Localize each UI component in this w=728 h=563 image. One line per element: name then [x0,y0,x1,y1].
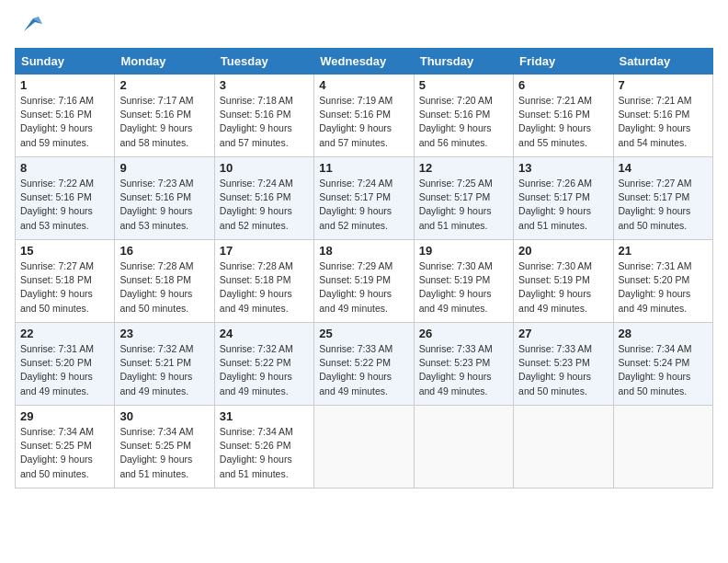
day-number: 23 [119,327,209,340]
day-number: 30 [119,409,209,423]
column-header-tuesday: Tuesday [214,49,313,75]
week-row-1: 1Sunrise: 7:16 AMSunset: 5:16 PMDaylight… [16,75,713,157]
day-cell: 12Sunrise: 7:25 AMSunset: 5:17 PMDayligh… [414,157,513,240]
day-info: Sunrise: 7:17 AMSunset: 5:16 PMDaylight:… [119,94,209,150]
column-header-wednesday: Wednesday [314,49,414,75]
day-info: Sunrise: 7:33 AMSunset: 5:23 PMDaylight:… [518,342,608,398]
column-header-thursday: Thursday [414,49,513,75]
day-cell: 1Sunrise: 7:16 AMSunset: 5:16 PMDaylight… [16,75,115,157]
day-info: Sunrise: 7:21 AMSunset: 5:16 PMDaylight:… [518,94,608,150]
day-info: Sunrise: 7:33 AMSunset: 5:22 PMDaylight:… [319,342,408,398]
day-number: 27 [518,327,608,340]
day-number: 4 [319,78,408,92]
day-cell: 16Sunrise: 7:28 AMSunset: 5:18 PMDayligh… [115,240,214,323]
day-number: 2 [119,78,209,92]
day-cell: 4Sunrise: 7:19 AMSunset: 5:16 PMDaylight… [314,75,414,157]
day-number: 14 [619,161,708,175]
day-number: 8 [20,161,109,175]
week-row-5: 29Sunrise: 7:34 AMSunset: 5:25 PMDayligh… [16,406,713,488]
day-info: Sunrise: 7:19 AMSunset: 5:16 PMDaylight:… [319,94,408,150]
day-number: 26 [419,327,508,340]
day-info: Sunrise: 7:33 AMSunset: 5:23 PMDaylight:… [419,342,508,398]
header [15,15,713,39]
day-number: 17 [220,244,309,258]
day-cell: 6Sunrise: 7:21 AMSunset: 5:16 PMDaylight… [514,75,613,157]
day-info: Sunrise: 7:26 AMSunset: 5:17 PMDaylight:… [518,177,608,233]
day-cell: 24Sunrise: 7:32 AMSunset: 5:22 PMDayligh… [214,323,313,406]
day-cell: 20Sunrise: 7:30 AMSunset: 5:19 PMDayligh… [514,240,613,323]
day-info: Sunrise: 7:31 AMSunset: 5:20 PMDaylight:… [20,342,109,398]
day-cell: 13Sunrise: 7:26 AMSunset: 5:17 PMDayligh… [514,157,613,240]
day-number: 1 [20,78,109,92]
day-cell: 5Sunrise: 7:20 AMSunset: 5:16 PMDaylight… [414,75,513,157]
day-number: 5 [419,78,508,92]
day-cell: 17Sunrise: 7:28 AMSunset: 5:18 PMDayligh… [214,240,313,323]
week-row-4: 22Sunrise: 7:31 AMSunset: 5:20 PMDayligh… [16,323,713,406]
day-cell: 27Sunrise: 7:33 AMSunset: 5:23 PMDayligh… [514,323,613,406]
day-cell: 29Sunrise: 7:34 AMSunset: 5:25 PMDayligh… [16,406,115,488]
day-number: 31 [220,409,309,423]
day-number: 19 [419,244,508,258]
day-info: Sunrise: 7:23 AMSunset: 5:16 PMDaylight:… [119,177,209,233]
day-cell: 21Sunrise: 7:31 AMSunset: 5:20 PMDayligh… [613,240,712,323]
day-info: Sunrise: 7:28 AMSunset: 5:18 PMDaylight:… [220,259,309,316]
column-header-saturday: Saturday [613,49,712,75]
day-number: 15 [20,244,109,258]
day-info: Sunrise: 7:34 AMSunset: 5:26 PMDaylight:… [220,425,309,481]
day-number: 22 [20,327,109,340]
day-number: 16 [119,244,209,258]
logo [15,15,42,39]
day-number: 29 [20,409,109,423]
day-cell: 19Sunrise: 7:30 AMSunset: 5:19 PMDayligh… [414,240,513,323]
day-cell [414,406,513,488]
day-cell: 7Sunrise: 7:21 AMSunset: 5:16 PMDaylight… [613,75,712,157]
day-cell: 14Sunrise: 7:27 AMSunset: 5:17 PMDayligh… [613,157,712,240]
day-info: Sunrise: 7:16 AMSunset: 5:16 PMDaylight:… [20,94,109,150]
day-number: 9 [119,161,209,175]
day-cell: 26Sunrise: 7:33 AMSunset: 5:23 PMDayligh… [414,323,513,406]
day-cell [514,406,613,488]
day-info: Sunrise: 7:24 AMSunset: 5:16 PMDaylight:… [220,177,309,233]
day-cell: 25Sunrise: 7:33 AMSunset: 5:22 PMDayligh… [314,323,414,406]
day-cell: 3Sunrise: 7:18 AMSunset: 5:16 PMDaylight… [214,75,313,157]
day-cell: 18Sunrise: 7:29 AMSunset: 5:19 PMDayligh… [314,240,414,323]
calendar-header-row: SundayMondayTuesdayWednesdayThursdayFrid… [16,49,713,75]
day-info: Sunrise: 7:34 AMSunset: 5:25 PMDaylight:… [119,425,209,481]
day-info: Sunrise: 7:21 AMSunset: 5:16 PMDaylight:… [619,94,708,150]
day-number: 3 [220,78,309,92]
day-number: 25 [319,327,408,340]
day-cell: 31Sunrise: 7:34 AMSunset: 5:26 PMDayligh… [214,406,313,488]
day-info: Sunrise: 7:30 AMSunset: 5:19 PMDaylight:… [518,259,608,316]
day-cell: 23Sunrise: 7:32 AMSunset: 5:21 PMDayligh… [115,323,214,406]
day-number: 6 [518,78,608,92]
day-cell: 11Sunrise: 7:24 AMSunset: 5:17 PMDayligh… [314,157,414,240]
day-cell: 15Sunrise: 7:27 AMSunset: 5:18 PMDayligh… [16,240,115,323]
day-number: 12 [419,161,508,175]
day-info: Sunrise: 7:25 AMSunset: 5:17 PMDaylight:… [419,177,508,233]
day-info: Sunrise: 7:28 AMSunset: 5:18 PMDaylight:… [119,259,209,316]
day-number: 11 [319,161,408,175]
column-header-friday: Friday [514,49,613,75]
day-cell [314,406,414,488]
day-number: 28 [619,327,708,340]
column-header-sunday: Sunday [16,49,115,75]
day-info: Sunrise: 7:24 AMSunset: 5:17 PMDaylight:… [319,177,408,233]
day-cell: 22Sunrise: 7:31 AMSunset: 5:20 PMDayligh… [16,323,115,406]
logo-bird-icon [18,15,42,35]
week-row-2: 8Sunrise: 7:22 AMSunset: 5:16 PMDaylight… [16,157,713,240]
day-cell [613,406,712,488]
day-cell: 10Sunrise: 7:24 AMSunset: 5:16 PMDayligh… [214,157,313,240]
day-info: Sunrise: 7:20 AMSunset: 5:16 PMDaylight:… [419,94,508,150]
day-info: Sunrise: 7:27 AMSunset: 5:17 PMDaylight:… [619,177,708,233]
day-info: Sunrise: 7:22 AMSunset: 5:16 PMDaylight:… [20,177,109,233]
day-info: Sunrise: 7:32 AMSunset: 5:21 PMDaylight:… [119,342,209,398]
day-info: Sunrise: 7:31 AMSunset: 5:20 PMDaylight:… [619,259,708,316]
column-header-monday: Monday [115,49,214,75]
day-cell: 30Sunrise: 7:34 AMSunset: 5:25 PMDayligh… [115,406,214,488]
day-info: Sunrise: 7:29 AMSunset: 5:19 PMDaylight:… [319,259,408,316]
day-number: 13 [518,161,608,175]
day-cell: 8Sunrise: 7:22 AMSunset: 5:16 PMDaylight… [16,157,115,240]
day-info: Sunrise: 7:30 AMSunset: 5:19 PMDaylight:… [419,259,508,316]
day-info: Sunrise: 7:27 AMSunset: 5:18 PMDaylight:… [20,259,109,316]
day-number: 7 [619,78,708,92]
